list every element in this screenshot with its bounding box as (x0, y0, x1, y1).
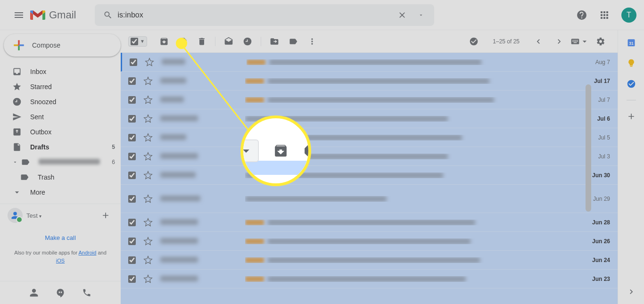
email-checkbox[interactable] (128, 256, 136, 264)
compose-button[interactable]: Compose (4, 34, 121, 57)
apps-button[interactable] (595, 6, 614, 25)
sidebar-item-more[interactable]: More (0, 185, 121, 200)
hangouts-new-button[interactable] (98, 208, 113, 223)
select-all-input[interactable] (131, 38, 138, 45)
hangouts-avatar[interactable] (8, 208, 23, 223)
drafts-icon (12, 142, 22, 152)
calendar-icon[interactable]: 31 (627, 38, 636, 47)
email-row[interactable]: Jun 23 (121, 270, 618, 288)
settings-button[interactable] (591, 32, 610, 51)
email-date: Aug 7 (588, 59, 610, 66)
hangouts-tab-button[interactable] (53, 285, 68, 300)
sidebar-item-starred[interactable]: Starred (0, 79, 121, 94)
search-icon (103, 10, 113, 20)
ios-link[interactable]: iOS (56, 258, 65, 263)
email-checkbox[interactable] (128, 275, 136, 283)
email-row[interactable]: Jul 17 (121, 72, 618, 90)
email-row[interactable]: Jun 28 (121, 213, 618, 232)
email-snippet (245, 154, 591, 159)
email-row[interactable]: Jul 5 (121, 128, 618, 147)
report-spam-button[interactable] (173, 32, 192, 51)
make-call-link[interactable]: Make a call (0, 227, 121, 249)
email-star-button[interactable] (143, 95, 153, 105)
sidebar-item-custom-label[interactable]: 6 (0, 155, 121, 170)
email-snippet (245, 196, 586, 202)
hangouts-name[interactable]: Test ▾ (26, 212, 98, 219)
email-checkbox[interactable] (128, 172, 136, 179)
email-row[interactable]: Jul 6 (121, 109, 618, 128)
email-snippet (245, 220, 585, 225)
search-options-button[interactable] (412, 6, 430, 25)
sidebar-item-outbox[interactable]: Outbox (0, 124, 121, 140)
next-page-button[interactable] (550, 32, 569, 51)
email-row[interactable]: Jun 29 (121, 185, 618, 213)
search-button[interactable] (99, 6, 117, 25)
phone-tab-button[interactable] (79, 285, 94, 300)
email-row[interactable]: Jun 24 (121, 251, 618, 270)
account-avatar[interactable]: T (621, 8, 636, 23)
email-checkbox[interactable] (128, 115, 136, 123)
labels-button[interactable] (284, 32, 303, 51)
sidebar-item-sent[interactable]: Sent (0, 109, 121, 124)
email-star-button[interactable] (143, 255, 153, 265)
email-snippet (245, 78, 586, 84)
email-checkbox[interactable] (128, 134, 136, 141)
sidebar-item-trash[interactable]: Trash (0, 170, 121, 185)
collapse-panel-button[interactable] (627, 287, 636, 296)
email-star-button[interactable] (143, 237, 153, 246)
sidebar-footer (0, 281, 121, 304)
email-star-button[interactable] (143, 76, 153, 86)
archive-button[interactable] (155, 32, 173, 51)
tasks-icon[interactable] (627, 79, 636, 89)
android-link[interactable]: Android (79, 250, 97, 255)
get-addons-button[interactable] (627, 112, 636, 121)
email-star-button[interactable] (143, 274, 153, 284)
offline-indicator[interactable] (464, 32, 483, 51)
email-star-button[interactable] (143, 114, 153, 123)
delete-button[interactable] (192, 32, 211, 51)
sidebar-item-drafts[interactable]: Drafts 5 (0, 140, 121, 155)
email-star-button[interactable] (143, 133, 153, 142)
email-row[interactable]: Aug 7 (121, 53, 618, 72)
email-checkbox[interactable] (130, 58, 137, 66)
email-star-button[interactable] (143, 152, 153, 161)
contacts-tab-button[interactable] (26, 285, 41, 300)
search-clear-button[interactable] (393, 6, 412, 25)
email-list[interactable]: Aug 7 Jul 17 Jul 7 Jul 6 (121, 53, 618, 304)
support-button[interactable] (572, 6, 591, 25)
email-checkbox[interactable] (128, 195, 136, 203)
menu-button[interactable] (8, 4, 30, 26)
prev-page-button[interactable] (529, 32, 548, 51)
email-checkbox[interactable] (128, 153, 136, 160)
email-row[interactable]: Jul 3 (121, 147, 618, 166)
select-all-checkbox[interactable]: ▼ (128, 36, 147, 47)
more-button[interactable] (303, 32, 322, 51)
email-checkbox[interactable] (128, 96, 136, 104)
mark-read-button[interactable] (219, 32, 238, 51)
snooze-button[interactable] (238, 32, 257, 51)
clock-icon (12, 97, 22, 107)
email-star-button[interactable] (145, 58, 154, 67)
send-icon (12, 112, 22, 122)
sidebar-item-snoozed[interactable]: Snoozed (0, 94, 121, 109)
email-row[interactable]: Jul 7 (121, 90, 618, 109)
email-checkbox[interactable] (128, 219, 136, 226)
scrollbar-thumb[interactable] (586, 84, 591, 212)
input-tools-button[interactable] (570, 32, 589, 51)
gear-icon (596, 37, 605, 46)
sidebar-item-label: More (30, 189, 115, 196)
email-checkbox[interactable] (128, 238, 136, 245)
email-star-button[interactable] (143, 194, 153, 204)
email-row[interactable]: Jun 26 (121, 232, 618, 251)
email-checkbox[interactable] (128, 77, 136, 85)
email-star-button[interactable] (143, 171, 153, 180)
email-star-button[interactable] (143, 218, 153, 227)
email-date: Jul 7 (591, 97, 610, 103)
toolbar: ▼ 1–25 of 25 (121, 30, 618, 53)
keep-icon[interactable] (627, 58, 636, 68)
gmail-logo[interactable]: Gmail (30, 9, 76, 21)
move-to-button[interactable] (265, 32, 284, 51)
sidebar-item-inbox[interactable]: Inbox (0, 64, 121, 79)
email-row[interactable]: Jun 30 (121, 166, 618, 185)
search-input[interactable] (117, 11, 393, 19)
